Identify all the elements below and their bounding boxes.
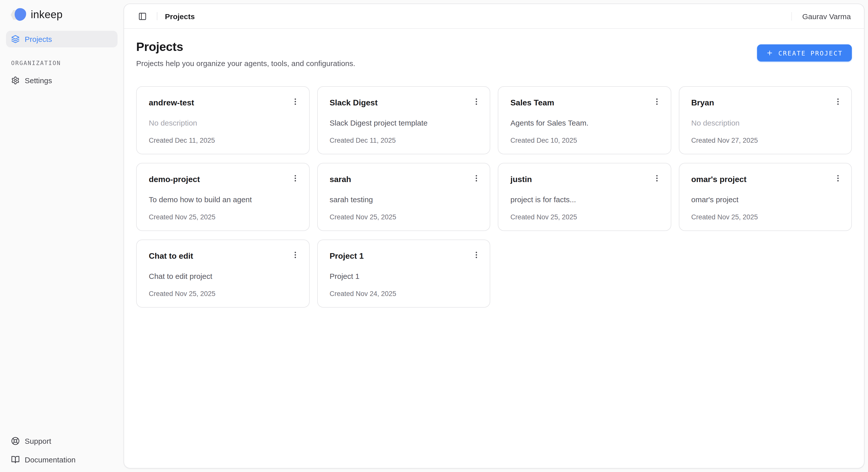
project-card-menu-button[interactable]: [469, 94, 483, 108]
project-card[interactable]: Project 1 Project 1 Created Nov 24, 2025: [317, 240, 490, 308]
project-card-created-date: Created Nov 25, 2025: [149, 213, 297, 221]
sidebar-item-label: Support: [25, 437, 51, 445]
plus-icon: [766, 50, 773, 57]
project-card-description: Project 1: [330, 271, 477, 281]
project-card-description: Slack Digest project template: [330, 118, 477, 128]
project-card-menu-button[interactable]: [288, 171, 302, 185]
project-card[interactable]: omar's project omar's project Created No…: [679, 163, 852, 231]
project-card-created-date: Created Nov 24, 2025: [330, 289, 477, 298]
project-card-title: Chat to edit: [149, 251, 297, 261]
project-card-title: Slack Digest: [330, 98, 477, 108]
breadcrumb: Projects: [165, 12, 195, 21]
project-card-created-date: Created Nov 25, 2025: [691, 213, 839, 221]
project-card-title: justin: [510, 175, 658, 185]
project-card-menu-button[interactable]: [650, 171, 664, 185]
kebab-menu-icon: [833, 97, 842, 106]
brand-logo[interactable]: inkeep: [6, 7, 118, 22]
project-card[interactable]: sarah sarah testing Created Nov 25, 2025: [317, 163, 490, 231]
content-area: Projects Projects help you organize your…: [124, 29, 864, 468]
project-card-menu-button[interactable]: [469, 171, 483, 185]
project-card-menu-button[interactable]: [288, 94, 302, 108]
panel-left-icon: [138, 12, 147, 21]
project-card-created-date: Created Dec 10, 2025: [510, 136, 658, 145]
project-card[interactable]: Slack Digest Slack Digest project templa…: [317, 86, 490, 154]
project-card-description: project is for facts...: [510, 195, 658, 204]
sidebar-item-label: Documentation: [25, 455, 76, 464]
project-card-title: Sales Team: [510, 98, 658, 108]
kebab-menu-icon: [472, 250, 480, 259]
project-card-created-date: Created Nov 27, 2025: [691, 136, 839, 145]
project-card-created-date: Created Nov 25, 2025: [149, 289, 297, 298]
project-card-title: demo-project: [149, 175, 297, 185]
page-title: Projects: [136, 40, 355, 54]
layers-icon: [11, 35, 20, 43]
project-card[interactable]: justin project is for facts... Created N…: [498, 163, 671, 231]
project-card[interactable]: Chat to edit Chat to edit project Create…: [136, 240, 309, 308]
brand-name: inkeep: [31, 9, 63, 21]
create-project-button[interactable]: CREATE PROJECT: [757, 44, 852, 62]
project-card-description: omar's project: [691, 195, 839, 204]
project-card-menu-button[interactable]: [469, 248, 483, 262]
projects-grid: andrew-test No description Created Dec 1…: [136, 86, 852, 308]
project-card-title: Project 1: [330, 251, 477, 261]
project-card-description: To demo how to build an agent: [149, 195, 297, 204]
project-card[interactable]: Bryan No description Created Nov 27, 202…: [679, 86, 852, 154]
kebab-menu-icon: [472, 174, 480, 182]
project-card-description: No description: [691, 118, 839, 128]
sidebar-item-documentation[interactable]: Documentation: [6, 451, 118, 468]
book-open-icon: [11, 455, 20, 464]
project-card-title: andrew-test: [149, 98, 297, 108]
page-subtitle: Projects help you organize your agents, …: [136, 59, 355, 68]
kebab-menu-icon: [291, 250, 300, 259]
project-card[interactable]: andrew-test No description Created Dec 1…: [136, 86, 309, 154]
project-card-menu-button[interactable]: [831, 171, 845, 185]
project-card-created-date: Created Nov 25, 2025: [330, 213, 477, 221]
sidebar-item-settings[interactable]: Settings: [6, 72, 118, 89]
kebab-menu-icon: [833, 174, 842, 182]
project-card-created-date: Created Dec 11, 2025: [330, 136, 477, 145]
project-card-menu-button[interactable]: [650, 94, 664, 108]
main-panel: Projects Gaurav Varma Projects Projects …: [124, 3, 865, 469]
sidebar: inkeep Projects ORGANIZATION Settings Su…: [0, 0, 124, 472]
project-card-title: Bryan: [691, 98, 839, 108]
project-card-title: sarah: [330, 175, 477, 185]
kebab-menu-icon: [291, 97, 300, 106]
gear-icon: [11, 76, 20, 85]
user-menu[interactable]: Gaurav Varma: [802, 12, 851, 21]
sidebar-item-label: Projects: [25, 35, 52, 43]
project-card[interactable]: demo-project To demo how to build an age…: [136, 163, 309, 231]
topbar: Projects Gaurav Varma: [124, 4, 864, 29]
topbar-right-divider: [791, 12, 792, 21]
kebab-menu-icon: [653, 97, 661, 106]
project-card-description: Agents for Sales Team.: [510, 118, 658, 128]
sidebar-toggle-button[interactable]: [135, 9, 149, 23]
create-project-button-label: CREATE PROJECT: [778, 49, 843, 57]
lifebuoy-icon: [11, 437, 20, 445]
project-card-title: omar's project: [691, 175, 839, 185]
topbar-divider: [157, 12, 157, 20]
project-card-created-date: Created Nov 25, 2025: [510, 213, 658, 221]
inkeep-logo-icon: [10, 8, 26, 21]
project-card-description: Chat to edit project: [149, 271, 297, 281]
project-card-menu-button[interactable]: [288, 248, 302, 262]
project-card-menu-button[interactable]: [831, 94, 845, 108]
project-card-description: No description: [149, 118, 297, 128]
sidebar-item-support[interactable]: Support: [6, 433, 118, 449]
sidebar-item-projects[interactable]: Projects: [6, 31, 118, 48]
project-card-description: sarah testing: [330, 195, 477, 204]
kebab-menu-icon: [653, 174, 661, 182]
sidebar-section-organization: ORGANIZATION: [6, 60, 118, 67]
project-card[interactable]: Sales Team Agents for Sales Team. Create…: [498, 86, 671, 154]
kebab-menu-icon: [472, 97, 480, 106]
kebab-menu-icon: [291, 174, 300, 182]
project-card-created-date: Created Dec 11, 2025: [149, 136, 297, 145]
sidebar-item-label: Settings: [25, 76, 52, 85]
